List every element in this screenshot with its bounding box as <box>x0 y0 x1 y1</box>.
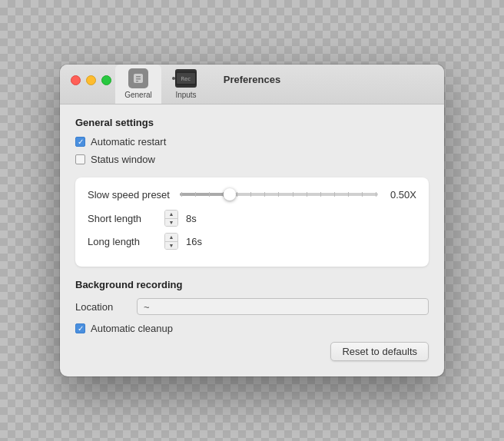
location-value: ~ <box>144 301 150 313</box>
tab-inputs-label: Inputs <box>175 91 196 99</box>
slow-speed-row: Slow speed preset <box>88 188 416 201</box>
bg-recording-title: Background recording <box>75 279 429 290</box>
status-window-row: Status window <box>75 154 429 165</box>
location-label: Location <box>75 301 129 313</box>
content-area: General settings Automatic restart Statu… <box>60 104 444 376</box>
short-length-down[interactable]: ▼ <box>165 219 177 227</box>
automatic-restart-row: Automatic restart <box>75 136 429 148</box>
title-bar: Preferences General <box>60 65 444 104</box>
automatic-cleanup-checkbox[interactable] <box>75 323 85 333</box>
long-length-row: Long length ▲ ▼ 16s <box>88 233 416 250</box>
tick <box>320 192 321 197</box>
tick <box>264 192 265 197</box>
location-row: Location ~ <box>75 298 429 315</box>
status-window-label: Status window <box>91 154 155 165</box>
reset-to-defaults-button[interactable]: Reset to defaults <box>330 342 429 361</box>
long-length-up[interactable]: ▲ <box>165 234 177 242</box>
inputs-tab-icon: Rec <box>175 68 197 89</box>
slow-speed-slider-track <box>180 193 378 196</box>
location-input[interactable]: ~ <box>137 298 429 315</box>
automatic-restart-checkbox[interactable] <box>75 137 85 147</box>
tick <box>278 192 279 197</box>
tick <box>195 192 196 197</box>
inputs-icon: Rec <box>175 69 197 88</box>
tick <box>250 192 251 197</box>
tick <box>237 192 237 197</box>
tick <box>181 192 182 197</box>
long-length-stepper[interactable]: ▲ ▼ <box>164 233 178 250</box>
automatic-cleanup-row: Automatic cleanup <box>75 323 429 334</box>
tick <box>348 192 349 197</box>
status-window-checkbox[interactable] <box>75 154 85 164</box>
tick <box>362 192 363 197</box>
tick <box>209 192 210 197</box>
automatic-cleanup-label: Automatic cleanup <box>91 323 173 334</box>
tick-marks <box>180 192 378 197</box>
slow-speed-slider-thumb[interactable] <box>224 188 236 201</box>
slow-speed-value: 0.50X <box>386 189 416 201</box>
general-settings-title: General settings <box>75 117 429 128</box>
short-length-value: 8s <box>186 213 197 224</box>
bottom-row: Reset to defaults <box>75 342 429 361</box>
preferences-window: Preferences General <box>60 65 444 376</box>
short-length-label: Short length <box>88 213 157 224</box>
tab-general-label: General <box>124 91 152 99</box>
short-length-row: Short length ▲ ▼ 8s <box>88 210 416 227</box>
tick <box>293 192 293 197</box>
long-length-value: 16s <box>186 236 202 247</box>
automatic-restart-label: Automatic restart <box>91 136 166 148</box>
short-length-up[interactable]: ▲ <box>165 211 177 219</box>
long-length-label: Long length <box>88 236 157 247</box>
svg-text:Rec: Rec <box>181 76 191 82</box>
tick <box>307 192 307 197</box>
long-length-down[interactable]: ▼ <box>165 242 177 250</box>
slow-speed-label: Slow speed preset <box>88 189 172 201</box>
tick <box>376 192 376 197</box>
short-length-stepper[interactable]: ▲ ▼ <box>164 210 178 227</box>
window-title: Preferences <box>60 74 444 85</box>
tick <box>334 192 335 197</box>
preset-card: Slow speed preset <box>75 177 429 267</box>
slow-speed-slider-container <box>180 188 378 201</box>
